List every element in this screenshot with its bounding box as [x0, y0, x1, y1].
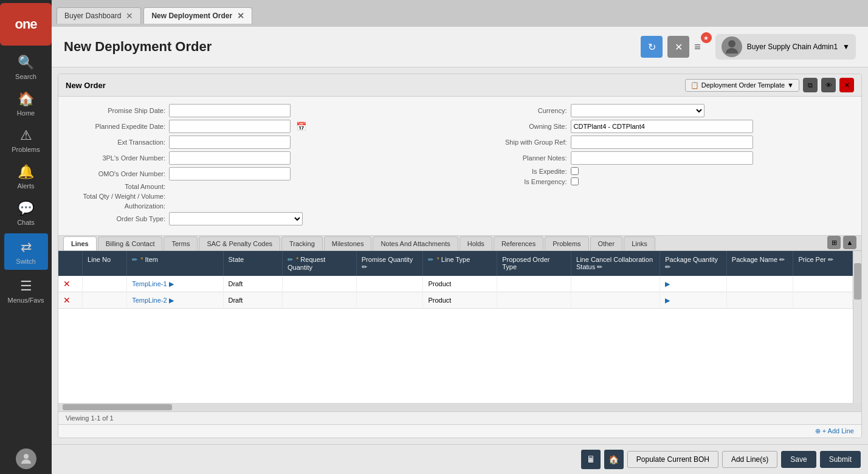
row2-price-per[interactable] [793, 292, 853, 309]
sidebar-item-problems[interactable]: ⚠ Problems [0, 122, 52, 158]
sidebar-item-alerts[interactable]: 🔔 Alerts [0, 158, 52, 194]
3pl-order-input[interactable] [169, 151, 291, 165]
table-row: ✕ TempLine-1 ▶ Draft Product [58, 276, 853, 292]
chat-icon: 💬 [18, 201, 34, 216]
row2-delete-icon[interactable]: ✕ [63, 295, 73, 305]
authorization-label: Authorization: [68, 202, 165, 210]
vertical-scrollbar[interactable] [853, 251, 861, 403]
row1-item[interactable]: TempLine-1 ▶ [127, 276, 223, 292]
row1-package-qty[interactable]: ▶ [660, 276, 727, 292]
page-header: New Deployment Order ↻ ✕ ≡ ★ Buyer Suppl… [52, 27, 868, 67]
is-emergency-checkbox[interactable] [571, 177, 579, 185]
sidebar-item-chats[interactable]: 💬 Chats [0, 194, 52, 231]
copy-button[interactable]: ⧉ [803, 78, 818, 92]
sidebar-item-search[interactable]: 🔍 Search [0, 49, 52, 85]
row1-request-qty[interactable] [282, 276, 356, 292]
svg-point-0 [24, 454, 29, 459]
calendar-button[interactable]: 📅 [294, 122, 308, 131]
home-action-button[interactable]: 🏠 [604, 450, 624, 469]
row2-package-name[interactable] [726, 292, 793, 309]
ship-with-group-row: Ship with Group Ref: [470, 136, 852, 149]
sidebar-item-switch[interactable]: ⇄ Switch [4, 233, 48, 270]
tab-billing-contact[interactable]: Billing & Contact [98, 236, 163, 250]
row2-item-link[interactable]: TempLine-2 [132, 297, 167, 304]
owning-site-row: Owning Site: [470, 120, 852, 133]
form-panel-header: New Order 📋 Deployment Order Template ▼ … [58, 74, 861, 97]
v-scroll-thumb[interactable] [854, 263, 861, 300]
tab-new-deployment-order[interactable]: New Deployment Order ✕ [143, 7, 252, 24]
eye-button[interactable]: 👁 [821, 78, 836, 92]
horizontal-scrollbar[interactable] [58, 403, 861, 411]
tab-other[interactable]: Other [590, 236, 623, 250]
row2-item[interactable]: TempLine-2 ▶ [127, 292, 223, 309]
ext-transaction-row: Ext Transaction: [68, 136, 450, 149]
order-sub-type-select[interactable] [169, 212, 303, 225]
menu-button[interactable]: ≡ [694, 41, 701, 53]
main-area: Buyer Dashboard ✕ New Deployment Order ✕… [52, 0, 868, 474]
close-button[interactable]: ✕ [667, 36, 689, 58]
add-line-button[interactable]: ⊕ + Add Line [815, 427, 854, 435]
tab-new-deployment-order-close[interactable]: ✕ [237, 12, 244, 20]
tab-terms[interactable]: Terms [164, 236, 198, 250]
ship-with-group-input[interactable] [571, 136, 753, 149]
sidebar-label-problems: Problems [12, 146, 40, 153]
panel-close-button[interactable]: ✕ [839, 78, 854, 92]
refresh-button[interactable]: ↻ [641, 36, 663, 58]
row2-request-qty[interactable] [282, 292, 356, 309]
item-edit-icon: ✏ [132, 256, 137, 263]
tab-sac-penalty[interactable]: SAC & Penalty Codes [199, 236, 280, 250]
promise-ship-date-input[interactable] [169, 104, 291, 117]
planner-notes-input[interactable] [571, 151, 753, 165]
add-lines-button[interactable]: Add Line(s) [722, 451, 777, 468]
sidebar-label-switch: Switch [16, 258, 35, 265]
app-logo[interactable]: one [0, 3, 52, 46]
is-emergency-row: Is Emergency: [470, 177, 852, 185]
sidebar: one 🔍 Search 🏠 Home ⚠ Problems 🔔 Alerts … [0, 0, 52, 474]
sidebar-item-user-settings[interactable] [0, 442, 52, 474]
template-button[interactable]: 📋 Deployment Order Template ▼ [685, 79, 799, 92]
row2-promise-qty [356, 292, 423, 309]
row1-item-link[interactable]: TempLine-1 [132, 280, 167, 287]
row1-delete-icon[interactable]: ✕ [63, 279, 73, 289]
tab-milestones[interactable]: Milestones [324, 236, 372, 250]
panel-header-controls: 📋 Deployment Order Template ▼ ⧉ 👁 ✕ [685, 78, 854, 92]
calculator-button[interactable]: 🖩 [581, 450, 601, 469]
package-name-edit-icon: ✏ [779, 256, 785, 263]
table-container[interactable]: Line No ✏ * Item State ✏ * Request Quant… [58, 251, 853, 403]
sidebar-item-menus[interactable]: ☰ Menus/Favs [0, 272, 52, 309]
viewing-text: Viewing 1-1 of 1 [66, 414, 114, 422]
grid-toggle-button[interactable]: ⊞ [827, 236, 841, 249]
row1-price-per[interactable] [793, 276, 853, 292]
omo-order-input[interactable] [169, 167, 291, 180]
col-price-per: Price Per ✏ [793, 251, 853, 276]
tab-buyer-dashboard-close[interactable]: ✕ [126, 12, 133, 20]
row1-package-name[interactable] [726, 276, 793, 292]
planned-expedite-input[interactable] [169, 120, 291, 133]
tab-problems[interactable]: Problems [545, 236, 588, 250]
tab-holds[interactable]: Holds [460, 236, 492, 250]
save-button[interactable]: Save [781, 451, 816, 468]
tab-lines[interactable]: Lines [63, 236, 97, 250]
action-bar: 🖩 🏠 Populate Current BOH Add Line(s) Sav… [52, 444, 868, 474]
owning-site-input[interactable] [571, 120, 753, 133]
user-badge[interactable]: Buyer Supply Chain Admin1 ▼ [715, 34, 856, 60]
tab-buyer-dashboard[interactable]: Buyer Dashboard ✕ [57, 7, 141, 24]
currency-select[interactable] [571, 104, 704, 117]
tab-references[interactable]: References [494, 236, 543, 250]
submit-button[interactable]: Submit [820, 451, 861, 468]
h-scroll-thumb[interactable] [63, 404, 172, 410]
planner-notes-row: Planner Notes: [470, 151, 852, 165]
populate-boh-button[interactable]: Populate Current BOH [627, 451, 718, 468]
tab-links[interactable]: Links [624, 236, 655, 250]
row2-package-qty[interactable]: ▶ [660, 292, 727, 309]
tab-notes-attachments[interactable]: Notes And Attachments [373, 236, 458, 250]
sidebar-item-home[interactable]: 🏠 Home [0, 85, 52, 122]
row2-delete-cell[interactable]: ✕ [58, 292, 83, 309]
row1-delete-cell[interactable]: ✕ [58, 276, 83, 292]
tab-tracking[interactable]: Tracking [281, 236, 323, 250]
ext-transaction-input[interactable] [169, 136, 291, 149]
col-state: State [223, 251, 282, 276]
collapse-button[interactable]: ▲ [843, 236, 856, 249]
row2-line-no [83, 292, 127, 309]
is-expedite-checkbox[interactable] [571, 167, 579, 175]
